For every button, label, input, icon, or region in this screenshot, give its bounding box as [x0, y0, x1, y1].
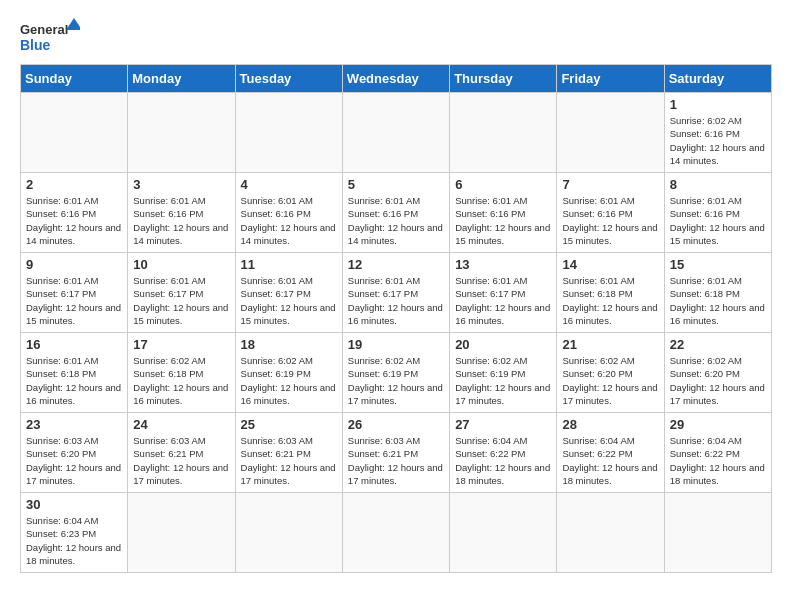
day-info: Sunrise: 6:01 AM Sunset: 6:16 PM Dayligh… [562, 194, 658, 247]
logo-svg: General Blue [20, 16, 80, 56]
day-cell [128, 93, 235, 173]
day-number: 1 [670, 97, 766, 112]
day-info: Sunrise: 6:03 AM Sunset: 6:21 PM Dayligh… [133, 434, 229, 487]
day-cell: 19Sunrise: 6:02 AM Sunset: 6:19 PM Dayli… [342, 333, 449, 413]
day-cell [450, 93, 557, 173]
day-number: 23 [26, 417, 122, 432]
svg-text:General: General [20, 22, 68, 37]
day-info: Sunrise: 6:01 AM Sunset: 6:17 PM Dayligh… [133, 274, 229, 327]
day-number: 4 [241, 177, 337, 192]
day-cell: 9Sunrise: 6:01 AM Sunset: 6:17 PM Daylig… [21, 253, 128, 333]
day-cell: 5Sunrise: 6:01 AM Sunset: 6:16 PM Daylig… [342, 173, 449, 253]
day-number: 7 [562, 177, 658, 192]
day-number: 8 [670, 177, 766, 192]
calendar-header-row: SundayMondayTuesdayWednesdayThursdayFrid… [21, 65, 772, 93]
day-cell [557, 93, 664, 173]
day-cell: 21Sunrise: 6:02 AM Sunset: 6:20 PM Dayli… [557, 333, 664, 413]
day-number: 15 [670, 257, 766, 272]
week-row-4: 16Sunrise: 6:01 AM Sunset: 6:18 PM Dayli… [21, 333, 772, 413]
day-info: Sunrise: 6:01 AM Sunset: 6:18 PM Dayligh… [26, 354, 122, 407]
logo: General Blue [20, 16, 80, 56]
day-number: 3 [133, 177, 229, 192]
day-cell: 23Sunrise: 6:03 AM Sunset: 6:20 PM Dayli… [21, 413, 128, 493]
day-cell: 12Sunrise: 6:01 AM Sunset: 6:17 PM Dayli… [342, 253, 449, 333]
day-info: Sunrise: 6:02 AM Sunset: 6:16 PM Dayligh… [670, 114, 766, 167]
day-info: Sunrise: 6:02 AM Sunset: 6:20 PM Dayligh… [562, 354, 658, 407]
day-info: Sunrise: 6:02 AM Sunset: 6:19 PM Dayligh… [241, 354, 337, 407]
header-wednesday: Wednesday [342, 65, 449, 93]
calendar: SundayMondayTuesdayWednesdayThursdayFrid… [20, 64, 772, 573]
day-cell: 2Sunrise: 6:01 AM Sunset: 6:16 PM Daylig… [21, 173, 128, 253]
day-number: 16 [26, 337, 122, 352]
day-number: 29 [670, 417, 766, 432]
day-number: 28 [562, 417, 658, 432]
day-info: Sunrise: 6:01 AM Sunset: 6:16 PM Dayligh… [348, 194, 444, 247]
week-row-5: 23Sunrise: 6:03 AM Sunset: 6:20 PM Dayli… [21, 413, 772, 493]
day-cell: 3Sunrise: 6:01 AM Sunset: 6:16 PM Daylig… [128, 173, 235, 253]
day-info: Sunrise: 6:02 AM Sunset: 6:19 PM Dayligh… [455, 354, 551, 407]
day-cell [235, 93, 342, 173]
svg-text:Blue: Blue [20, 37, 51, 53]
header-monday: Monday [128, 65, 235, 93]
day-cell [235, 493, 342, 573]
header-sunday: Sunday [21, 65, 128, 93]
day-info: Sunrise: 6:02 AM Sunset: 6:18 PM Dayligh… [133, 354, 229, 407]
day-info: Sunrise: 6:04 AM Sunset: 6:22 PM Dayligh… [562, 434, 658, 487]
day-cell: 1Sunrise: 6:02 AM Sunset: 6:16 PM Daylig… [664, 93, 771, 173]
day-info: Sunrise: 6:01 AM Sunset: 6:16 PM Dayligh… [670, 194, 766, 247]
day-number: 10 [133, 257, 229, 272]
day-number: 22 [670, 337, 766, 352]
day-cell: 10Sunrise: 6:01 AM Sunset: 6:17 PM Dayli… [128, 253, 235, 333]
day-cell [128, 493, 235, 573]
day-cell: 22Sunrise: 6:02 AM Sunset: 6:20 PM Dayli… [664, 333, 771, 413]
day-number: 11 [241, 257, 337, 272]
day-info: Sunrise: 6:03 AM Sunset: 6:21 PM Dayligh… [348, 434, 444, 487]
day-cell: 30Sunrise: 6:04 AM Sunset: 6:23 PM Dayli… [21, 493, 128, 573]
day-info: Sunrise: 6:02 AM Sunset: 6:20 PM Dayligh… [670, 354, 766, 407]
day-number: 19 [348, 337, 444, 352]
day-cell: 27Sunrise: 6:04 AM Sunset: 6:22 PM Dayli… [450, 413, 557, 493]
day-number: 27 [455, 417, 551, 432]
day-info: Sunrise: 6:04 AM Sunset: 6:22 PM Dayligh… [455, 434, 551, 487]
week-row-1: 1Sunrise: 6:02 AM Sunset: 6:16 PM Daylig… [21, 93, 772, 173]
day-cell: 20Sunrise: 6:02 AM Sunset: 6:19 PM Dayli… [450, 333, 557, 413]
day-number: 9 [26, 257, 122, 272]
day-cell: 13Sunrise: 6:01 AM Sunset: 6:17 PM Dayli… [450, 253, 557, 333]
day-cell [557, 493, 664, 573]
day-info: Sunrise: 6:04 AM Sunset: 6:22 PM Dayligh… [670, 434, 766, 487]
day-number: 2 [26, 177, 122, 192]
day-info: Sunrise: 6:01 AM Sunset: 6:17 PM Dayligh… [348, 274, 444, 327]
day-info: Sunrise: 6:01 AM Sunset: 6:18 PM Dayligh… [670, 274, 766, 327]
day-info: Sunrise: 6:01 AM Sunset: 6:18 PM Dayligh… [562, 274, 658, 327]
day-info: Sunrise: 6:01 AM Sunset: 6:16 PM Dayligh… [133, 194, 229, 247]
day-number: 13 [455, 257, 551, 272]
day-number: 26 [348, 417, 444, 432]
day-cell: 16Sunrise: 6:01 AM Sunset: 6:18 PM Dayli… [21, 333, 128, 413]
day-number: 21 [562, 337, 658, 352]
day-number: 14 [562, 257, 658, 272]
week-row-3: 9Sunrise: 6:01 AM Sunset: 6:17 PM Daylig… [21, 253, 772, 333]
day-cell: 29Sunrise: 6:04 AM Sunset: 6:22 PM Dayli… [664, 413, 771, 493]
day-info: Sunrise: 6:01 AM Sunset: 6:17 PM Dayligh… [26, 274, 122, 327]
header-friday: Friday [557, 65, 664, 93]
week-row-6: 30Sunrise: 6:04 AM Sunset: 6:23 PM Dayli… [21, 493, 772, 573]
day-info: Sunrise: 6:01 AM Sunset: 6:16 PM Dayligh… [26, 194, 122, 247]
day-number: 5 [348, 177, 444, 192]
day-cell: 15Sunrise: 6:01 AM Sunset: 6:18 PM Dayli… [664, 253, 771, 333]
day-cell [342, 493, 449, 573]
day-cell: 26Sunrise: 6:03 AM Sunset: 6:21 PM Dayli… [342, 413, 449, 493]
day-cell: 25Sunrise: 6:03 AM Sunset: 6:21 PM Dayli… [235, 413, 342, 493]
day-cell: 28Sunrise: 6:04 AM Sunset: 6:22 PM Dayli… [557, 413, 664, 493]
day-cell: 6Sunrise: 6:01 AM Sunset: 6:16 PM Daylig… [450, 173, 557, 253]
day-cell: 7Sunrise: 6:01 AM Sunset: 6:16 PM Daylig… [557, 173, 664, 253]
day-info: Sunrise: 6:03 AM Sunset: 6:21 PM Dayligh… [241, 434, 337, 487]
day-cell: 8Sunrise: 6:01 AM Sunset: 6:16 PM Daylig… [664, 173, 771, 253]
day-number: 30 [26, 497, 122, 512]
day-number: 25 [241, 417, 337, 432]
header-thursday: Thursday [450, 65, 557, 93]
day-cell: 17Sunrise: 6:02 AM Sunset: 6:18 PM Dayli… [128, 333, 235, 413]
day-info: Sunrise: 6:01 AM Sunset: 6:16 PM Dayligh… [455, 194, 551, 247]
day-info: Sunrise: 6:03 AM Sunset: 6:20 PM Dayligh… [26, 434, 122, 487]
day-number: 6 [455, 177, 551, 192]
header-tuesday: Tuesday [235, 65, 342, 93]
